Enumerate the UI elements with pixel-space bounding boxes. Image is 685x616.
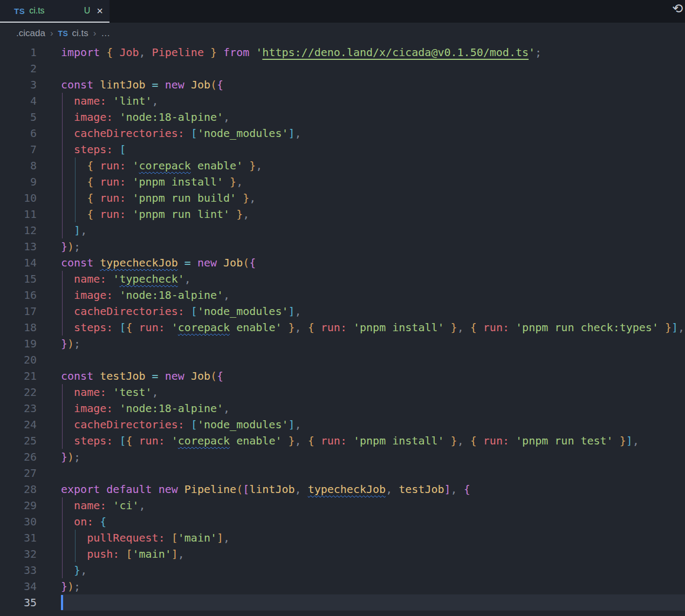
line-number[interactable]: 22 xyxy=(0,384,37,400)
line-number[interactable]: 4 xyxy=(0,93,37,109)
line-number[interactable]: 24 xyxy=(0,416,37,433)
code-line[interactable]: 12 ], xyxy=(0,222,685,238)
code-text: const typecheckJob = new Job({ xyxy=(61,255,256,271)
line-number[interactable]: 9 xyxy=(0,174,37,190)
code-text: name: 'test', xyxy=(61,384,159,400)
code-line[interactable]: 18 steps: [{ run: 'corepack enable' }, {… xyxy=(0,319,685,336)
line-number[interactable]: 7 xyxy=(0,141,37,158)
line-number[interactable]: 29 xyxy=(0,497,37,514)
code-line[interactable]: 25 steps: [{ run: 'corepack enable' }, {… xyxy=(0,433,685,449)
code-text: { run: 'pnpm run build' }, xyxy=(61,190,256,206)
code-line[interactable]: 6 cacheDirectories: ['node_modules'], xyxy=(0,125,685,141)
code-line[interactable]: 30 on: { xyxy=(0,514,685,530)
timeline-history-icon[interactable]: ⟲ xyxy=(672,1,685,16)
code-line[interactable]: 32 push: ['main'], xyxy=(0,546,685,562)
code-line[interactable]: 11 { run: 'pnpm run lint' }, xyxy=(0,206,685,222)
line-number[interactable]: 32 xyxy=(0,546,37,562)
line-number[interactable]: 11 xyxy=(0,206,37,222)
code-line[interactable]: 15 name: 'typecheck', xyxy=(0,271,685,287)
code-text: name: 'lint', xyxy=(61,93,159,109)
code-line[interactable]: 31 pullRequest: ['main'], xyxy=(0,530,685,546)
line-number[interactable]: 12 xyxy=(0,222,37,238)
line-number[interactable]: 2 xyxy=(0,60,37,77)
tab-ci-ts[interactable]: TS ci.ts U × xyxy=(0,0,109,23)
code-line[interactable]: 1import { Job, Pipeline } from 'https://… xyxy=(0,44,685,60)
line-number[interactable]: 3 xyxy=(0,77,37,93)
line-number[interactable]: 1 xyxy=(0,44,37,60)
git-status-badge: U xyxy=(84,6,91,16)
code-line[interactable]: 26}); xyxy=(0,449,685,465)
line-number[interactable]: 25 xyxy=(0,433,37,449)
code-text: const lintJob = new Job({ xyxy=(61,77,223,93)
code-editor[interactable]: 1import { Job, Pipeline } from 'https://… xyxy=(0,44,685,611)
code-text: image: 'node:18-alpine', xyxy=(61,287,230,303)
breadcrumb-folder[interactable]: .cicada xyxy=(16,28,45,39)
chevron-right-icon: › xyxy=(93,28,97,39)
tab-bar: TS ci.ts U × ⟲ xyxy=(0,0,685,23)
line-number[interactable]: 8 xyxy=(0,158,37,174)
code-text: }); xyxy=(61,449,80,465)
code-line[interactable]: 24 cacheDirectories: ['node_modules'], xyxy=(0,416,685,433)
line-number[interactable]: 28 xyxy=(0,481,37,497)
code-text: image: 'node:18-alpine', xyxy=(61,109,230,125)
code-line[interactable]: 8 { run: 'corepack enable' }, xyxy=(0,158,685,174)
line-number[interactable]: 27 xyxy=(0,465,37,481)
breadcrumb-more[interactable]: … xyxy=(101,28,110,39)
code-line[interactable]: 3const lintJob = new Job({ xyxy=(0,77,685,93)
code-line[interactable]: 20 xyxy=(0,352,685,368)
code-line[interactable]: 22 name: 'test', xyxy=(0,384,685,400)
line-number[interactable]: 17 xyxy=(0,303,37,319)
code-text: cacheDirectories: ['node_modules'], xyxy=(61,125,302,141)
code-text: const testJob = new Job({ xyxy=(61,368,223,384)
code-line[interactable]: 2 xyxy=(0,60,685,77)
code-line[interactable]: 21const testJob = new Job({ xyxy=(0,368,685,384)
code-line[interactable]: 14const typecheckJob = new Job({ xyxy=(0,255,685,271)
code-line[interactable]: 27 xyxy=(0,465,685,481)
code-line[interactable]: 10 { run: 'pnpm run build' }, xyxy=(0,190,685,206)
line-number[interactable]: 14 xyxy=(0,255,37,271)
code-line[interactable]: 4 name: 'lint', xyxy=(0,93,685,109)
code-line[interactable]: 29 name: 'ci', xyxy=(0,497,685,514)
line-number[interactable]: 34 xyxy=(0,578,37,594)
line-number[interactable]: 15 xyxy=(0,271,37,287)
line-number[interactable]: 23 xyxy=(0,400,37,416)
line-number[interactable]: 26 xyxy=(0,449,37,465)
code-text: { run: 'pnpm install' }, xyxy=(61,174,243,190)
code-line[interactable]: 16 image: 'node:18-alpine', xyxy=(0,287,685,303)
code-line[interactable]: 33 }, xyxy=(0,562,685,578)
editor-window: TS ci.ts U × ⟲ .cicada › TS ci.ts › … 1i… xyxy=(0,0,685,616)
code-line[interactable]: 17 cacheDirectories: ['node_modules'], xyxy=(0,303,685,319)
line-number[interactable]: 21 xyxy=(0,368,37,384)
line-number[interactable]: 13 xyxy=(0,238,37,255)
line-number[interactable]: 30 xyxy=(0,514,37,530)
line-number[interactable]: 18 xyxy=(0,319,37,336)
code-text: { run: 'corepack enable' }, xyxy=(61,158,262,174)
code-text: name: 'typecheck', xyxy=(61,271,191,287)
code-line[interactable]: 23 image: 'node:18-alpine', xyxy=(0,400,685,416)
code-line[interactable]: 9 { run: 'pnpm install' }, xyxy=(0,174,685,190)
breadcrumb-file[interactable]: ci.ts xyxy=(72,28,88,39)
code-line[interactable]: 13}); xyxy=(0,238,685,255)
breadcrumb-file-icon: TS xyxy=(58,29,68,38)
line-number[interactable]: 6 xyxy=(0,125,37,141)
code-text: { run: 'pnpm run lint' }, xyxy=(61,206,249,222)
line-number[interactable]: 20 xyxy=(0,352,37,368)
line-number[interactable]: 10 xyxy=(0,190,37,206)
tab-close-icon[interactable]: × xyxy=(97,5,103,16)
code-line[interactable]: 28export default new Pipeline([lintJob, … xyxy=(0,481,685,497)
breadcrumb: .cicada › TS ci.ts › … xyxy=(0,23,685,44)
line-number[interactable]: 19 xyxy=(0,336,37,352)
line-number[interactable]: 5 xyxy=(0,109,37,125)
line-number[interactable]: 16 xyxy=(0,287,37,303)
code-text: import { Job, Pipeline } from 'https://d… xyxy=(61,44,542,60)
code-line[interactable]: 7 steps: [ xyxy=(0,141,685,158)
code-text: }); xyxy=(61,578,80,594)
code-line[interactable]: 34}); xyxy=(0,578,685,594)
code-line[interactable]: 5 image: 'node:18-alpine', xyxy=(0,109,685,125)
code-line[interactable]: 19}); xyxy=(0,336,685,352)
line-number[interactable]: 35 xyxy=(0,594,37,611)
code-text: steps: [{ run: 'corepack enable' }, { ru… xyxy=(61,433,639,449)
code-line[interactable]: 35 xyxy=(0,594,685,611)
line-number[interactable]: 31 xyxy=(0,530,37,546)
line-number[interactable]: 33 xyxy=(0,562,37,578)
